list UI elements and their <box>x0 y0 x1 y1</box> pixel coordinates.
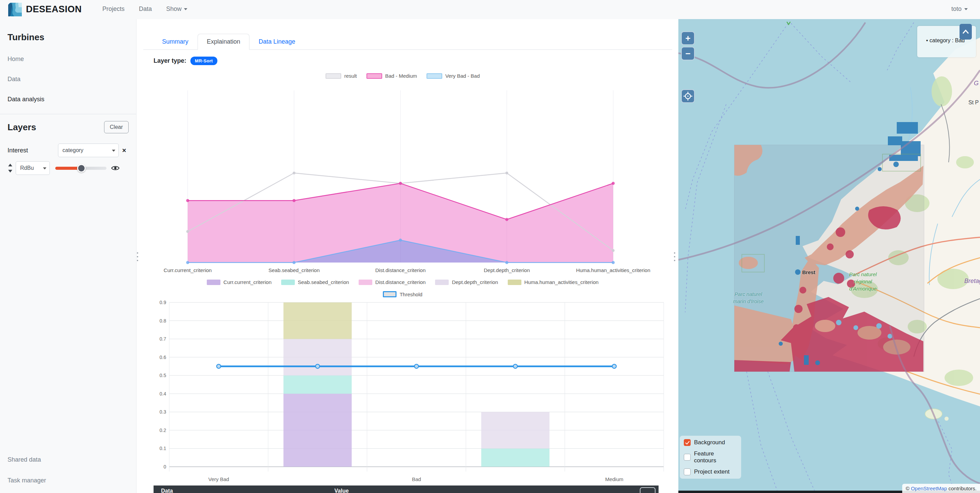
move-layer-up-icon[interactable] <box>8 164 12 166</box>
checkbox-checked-icon[interactable] <box>684 439 690 446</box>
checkbox-icon[interactable] <box>684 468 690 475</box>
map-label-edge-g: G <box>974 80 978 87</box>
legend-swatch-icon <box>366 73 382 79</box>
svg-text:Bad: Bad <box>412 476 421 482</box>
sidebar-nav: HomeDataData analysis <box>0 55 136 103</box>
legend-item[interactable]: Very Bad - Bad <box>426 73 480 79</box>
main-content: SummaryExplainationData Lineage Layer ty… <box>143 19 672 493</box>
map-layer-toggle-project-extent[interactable]: Project extent <box>684 468 737 475</box>
map-label-region: Bretagne <box>964 277 980 285</box>
map-layers-panel: BackgroundFeature contoursProject extent <box>680 436 741 479</box>
profiles-chart: Curr.current_criterionSeab.seabed_criter… <box>148 82 667 278</box>
legend-item[interactable]: Dist.distance_criterion <box>359 279 426 285</box>
sidebar: Turbines HomeDataData analysis Layers Cl… <box>0 19 137 493</box>
openstreetmap-link[interactable]: OpenStreetMap <box>911 485 947 491</box>
map-label-edge-stpol: St P <box>969 100 978 106</box>
map-layer-toggle-background[interactable]: Background <box>684 439 737 446</box>
legend-item[interactable]: Huma.human_activities_criterion <box>508 279 599 285</box>
svg-text:Dept.depth_criterion: Dept.depth_criterion <box>484 267 530 273</box>
legend-item[interactable]: Dept.depth_criterion <box>435 279 498 285</box>
nav-link-projects[interactable]: Projects <box>102 5 124 13</box>
table-column-value: Value <box>334 488 349 493</box>
sidebar-item-task-manager[interactable]: Task manager <box>8 477 46 484</box>
svg-text:Dist.distance_criterion: Dist.distance_criterion <box>375 267 426 273</box>
legend-collapse-button[interactable] <box>959 24 972 40</box>
legend-swatch-icon <box>281 280 295 285</box>
clear-layers-button[interactable]: Clear <box>104 121 129 133</box>
svg-text:0.4: 0.4 <box>160 391 167 396</box>
map-pane[interactable]: Brest Parc naturel régional d'Armorique … <box>678 19 980 493</box>
legend-item[interactable]: Threshold <box>383 291 422 297</box>
move-layer-down-icon[interactable] <box>8 170 12 173</box>
legend-item[interactable]: result <box>326 73 357 79</box>
svg-text:Very Bad: Very Bad <box>208 476 229 482</box>
svg-text:0.6: 0.6 <box>160 355 167 360</box>
left-splitter-handle[interactable] <box>137 252 138 261</box>
legend-swatch-icon <box>326 73 341 79</box>
tabs: SummaryExplainationData Lineage <box>153 34 304 50</box>
tab-summary[interactable]: Summary <box>153 34 197 50</box>
svg-text:0: 0 <box>164 464 166 469</box>
svg-text:0.7: 0.7 <box>160 336 167 342</box>
legend-swatch-icon <box>426 73 442 79</box>
top-navbar: DESEASION ProjectsDataShow toto <box>0 0 980 19</box>
sidebar-item-data[interactable]: Data <box>8 76 136 83</box>
map-label-parc-iroise: Parc naturel marin d'Iroise <box>726 290 770 305</box>
interest-select-value: category <box>62 147 83 154</box>
table-header-button[interactable] <box>640 487 655 493</box>
project-title: Turbines <box>8 32 136 43</box>
user-menu[interactable]: toto <box>951 5 968 13</box>
opacity-slider[interactable] <box>55 167 107 170</box>
tab-explaination[interactable]: Explaination <box>197 34 250 50</box>
legend-item[interactable]: Curr.current_criterion <box>207 279 272 285</box>
svg-text:0.5: 0.5 <box>160 373 167 378</box>
nav-links: ProjectsDataShow <box>102 5 187 13</box>
legend-swatch-icon <box>359 280 372 285</box>
weights-chart: 00.10.20.30.40.50.60.70.80.9Very BadBadM… <box>148 301 667 487</box>
legend-item[interactable]: Seab.seabed_criterion <box>281 279 349 285</box>
profiles-chart-legend: resultBad - MediumVery Bad - Bad <box>143 73 662 79</box>
interest-select[interactable]: category <box>58 144 119 157</box>
legend-swatch-icon <box>508 280 522 285</box>
data-table-header: Data Value <box>154 485 659 493</box>
remove-layer-icon[interactable]: × <box>122 147 126 154</box>
select-caret-icon <box>43 167 46 170</box>
nav-link-show[interactable]: Show <box>166 5 187 13</box>
zoom-out-button[interactable]: − <box>681 47 695 60</box>
map-label-city: Brest <box>802 269 815 275</box>
slider-thumb[interactable] <box>77 164 86 173</box>
sidebar-item-data-analysis[interactable]: Data analysis <box>8 96 136 103</box>
locate-crosshair-button[interactable] <box>681 89 695 103</box>
select-caret-icon <box>112 150 115 152</box>
svg-text:Curr.current_criterion: Curr.current_criterion <box>164 267 212 273</box>
svg-text:Huma.human_activities_criterio: Huma.human_activities_criterion <box>576 267 651 273</box>
svg-text:0.8: 0.8 <box>160 318 167 323</box>
layer-type-label: Layer type: <box>154 57 186 65</box>
tabs-bar: SummaryExplainationData Lineage <box>143 32 672 50</box>
brand-title: DESEASION <box>26 4 82 15</box>
colormap-select[interactable]: RdBu <box>16 161 50 175</box>
legend-swatch-icon <box>207 280 220 285</box>
weights-chart-legend: Curr.current_criterionSeab.seabed_criter… <box>143 279 662 285</box>
colormap-select-value: RdBu <box>20 165 34 171</box>
app-logo-icon <box>8 3 22 16</box>
crosshair-icon <box>684 92 692 101</box>
map-layer-toggle-feature-contours[interactable]: Feature contours <box>684 450 737 464</box>
interest-label: Interest <box>8 147 58 154</box>
right-splitter-handle[interactable] <box>674 252 676 261</box>
svg-text:0.9: 0.9 <box>160 301 167 305</box>
map-attribution: © OpenStreetMap contributors. <box>902 484 980 493</box>
chevron-up-icon <box>962 29 969 35</box>
user-name: toto <box>951 5 962 13</box>
checkbox-icon[interactable] <box>684 454 690 461</box>
map-label-parc-armorique: Parc naturel régional d'Armorique <box>837 271 889 292</box>
nav-link-data[interactable]: Data <box>139 5 152 13</box>
legend-item[interactable]: Bad - Medium <box>366 73 417 79</box>
svg-text:0.1: 0.1 <box>160 445 167 451</box>
sidebar-item-home[interactable]: Home <box>8 55 136 63</box>
zoom-in-button[interactable]: + <box>681 32 695 45</box>
visibility-eye-icon[interactable] <box>111 165 119 171</box>
layer-type-badge: MR-Sort <box>190 57 217 65</box>
tab-data-lineage[interactable]: Data Lineage <box>250 34 304 50</box>
sidebar-item-shared-data[interactable]: Shared data <box>8 456 41 463</box>
